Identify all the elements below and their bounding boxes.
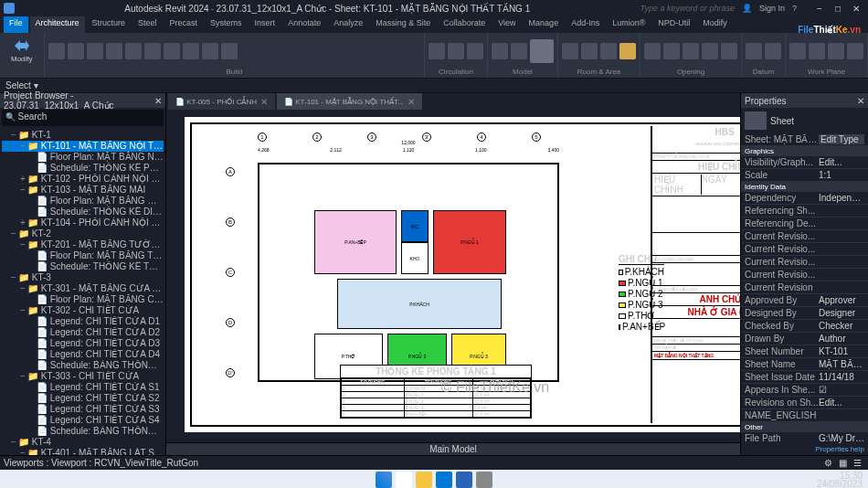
set-icon[interactable] bbox=[789, 43, 806, 59]
tree-node[interactable]: +📁 KT-104 - PHỐI CẢNH NỘI THẤT MÁI bbox=[2, 217, 164, 228]
prop-row[interactable]: Current Revision bbox=[741, 281, 868, 294]
properties-help-link[interactable]: Properties help bbox=[741, 443, 868, 455]
area-icon[interactable] bbox=[619, 43, 636, 59]
prop-row[interactable]: NAME_ENGLISH bbox=[741, 409, 868, 422]
model-group-icon[interactable] bbox=[530, 39, 554, 63]
ref-plane-icon[interactable] bbox=[828, 43, 844, 59]
column-icon[interactable] bbox=[125, 43, 142, 59]
help-icon[interactable]: ? bbox=[792, 4, 797, 13]
ribbon-tab-collaborate[interactable]: Collaborate bbox=[438, 16, 491, 33]
dormer-icon[interactable] bbox=[721, 43, 737, 59]
room-icon[interactable] bbox=[562, 43, 578, 59]
view-tab[interactable]: 📄 KT-101 - MẶT BẰNG NỘI THẤT... ✕ bbox=[277, 93, 422, 110]
status-icon[interactable]: ▦ bbox=[839, 458, 850, 469]
tag-room-icon[interactable] bbox=[600, 43, 617, 59]
minimize-button[interactable]: − bbox=[811, 2, 828, 15]
tree-node[interactable]: 📄 Floor Plan: MẶT BẰNG MÁI bbox=[2, 196, 164, 207]
show-icon[interactable] bbox=[809, 43, 825, 59]
browser-tree[interactable]: −📁 KT-1−📁 KT-101 - MẶT BẰNG NỘI THẤT TẦN… bbox=[0, 128, 165, 455]
room[interactable]: P.KHÁCH bbox=[337, 279, 502, 329]
tree-node[interactable]: 📄 Legend: CHI TIẾT CỬA D3 bbox=[2, 338, 164, 349]
ribbon-tab-modify[interactable]: Modify bbox=[697, 16, 733, 33]
tree-node[interactable]: +📁 KT-102 - PHỐI CẢNH NỘI THẤT TẦNG 1 bbox=[2, 174, 164, 185]
ribbon-tab-steel[interactable]: Steel bbox=[132, 16, 163, 33]
ribbon-tab-insert[interactable]: Insert bbox=[249, 16, 281, 33]
tree-node[interactable]: −📁 KT-201 - MẶT BẰNG TƯỜNG XÂY TẦNG 1 bbox=[2, 239, 164, 250]
vertical-icon[interactable] bbox=[702, 43, 718, 59]
modify-button[interactable]: Modify bbox=[4, 35, 40, 65]
select-dropdown[interactable]: Select ▾ bbox=[5, 80, 38, 90]
ribbon-tab-manage[interactable]: Manage bbox=[524, 16, 565, 33]
prop-row[interactable]: Scale1:1 bbox=[741, 169, 868, 182]
prop-row[interactable]: Drawn ByAuthor bbox=[741, 333, 868, 345]
tree-node[interactable]: 📄 Schedule: BẢNG THỐNG KÊ CỬA SỔ bbox=[2, 426, 164, 437]
mullion-icon[interactable] bbox=[221, 43, 238, 59]
level-icon[interactable] bbox=[746, 43, 762, 59]
app-icon[interactable] bbox=[476, 472, 492, 488]
grid-icon[interactable] bbox=[765, 43, 781, 59]
prop-row[interactable]: Revisions on Sh...Edit... bbox=[741, 397, 868, 409]
room[interactable]: WC bbox=[401, 210, 429, 242]
windows-taskbar[interactable]: 15:3024/08/2023 bbox=[0, 470, 868, 488]
tree-node[interactable]: −📁 KT-1 bbox=[2, 130, 164, 141]
ribbon-tab-analyze[interactable]: Analyze bbox=[328, 16, 368, 33]
tree-node[interactable]: −📁 KT-303 - CHI TIẾT CỬA bbox=[2, 371, 164, 382]
browser-search[interactable]: 🔍 Search bbox=[2, 110, 164, 126]
curtain-icon[interactable] bbox=[202, 43, 218, 59]
ribbon-tab-architecture[interactable]: Architecture bbox=[30, 16, 85, 33]
tree-node[interactable]: 📄 Floor Plan: MẶT BẰNG CỬA TẦNG 1 bbox=[2, 294, 164, 305]
ribbon-tab-addins[interactable]: Add-Ins bbox=[566, 16, 605, 33]
tree-node[interactable]: −📁 KT-4 bbox=[2, 437, 164, 448]
shaft-icon[interactable] bbox=[663, 43, 680, 59]
type-selector[interactable]: Sheet: MẶT BẰNG N Edit Type bbox=[741, 133, 868, 146]
tree-node[interactable]: −📁 KT-2 bbox=[2, 228, 164, 239]
floor-icon[interactable] bbox=[183, 43, 199, 59]
close-tab-icon[interactable]: ✕ bbox=[408, 97, 415, 107]
ribbon-tab-systems[interactable]: Systems bbox=[205, 16, 248, 33]
prop-row[interactable]: Sheet NumberKT-101 bbox=[741, 345, 868, 358]
prop-row[interactable]: Sheet Issue Date11/14/18 bbox=[741, 371, 868, 384]
prop-section-header[interactable]: Other bbox=[741, 422, 868, 432]
close-panel-icon[interactable]: ✕ bbox=[154, 96, 162, 106]
ribbon-tab-file[interactable]: File bbox=[4, 16, 28, 33]
close-tab-icon[interactable]: ✕ bbox=[260, 97, 268, 107]
ribbon-tab-annotate[interactable]: Annotate bbox=[282, 16, 326, 33]
tree-node[interactable]: 📄 Schedule: THỐNG KÊ PHÒNG TẦNG 1 bbox=[2, 163, 164, 174]
window-icon[interactable] bbox=[87, 43, 103, 59]
tree-node[interactable]: 📄 Legend: CHI TIẾT CỬA S2 bbox=[2, 393, 164, 404]
search-icon[interactable] bbox=[396, 472, 412, 488]
start-icon[interactable] bbox=[376, 472, 392, 488]
tree-node[interactable]: 📄 Legend: CHI TIẾT CỬA S1 bbox=[2, 382, 164, 393]
ramp-icon[interactable] bbox=[448, 43, 464, 59]
prop-row[interactable]: Referencing Sh... bbox=[741, 205, 868, 217]
close-button[interactable]: ✕ bbox=[848, 2, 864, 15]
prop-row[interactable]: Designed ByDesigner bbox=[741, 307, 868, 320]
prop-row[interactable]: Current Revisio... bbox=[741, 230, 868, 243]
view-tab[interactable]: 📄 KT-005 - PHỐI CẢNH ✕ bbox=[168, 93, 275, 110]
railing-icon[interactable] bbox=[429, 43, 445, 59]
stair-icon[interactable] bbox=[467, 43, 483, 59]
prop-row[interactable]: Current Revisio... bbox=[741, 256, 868, 269]
status-icon[interactable]: ⚙ bbox=[824, 458, 835, 469]
ribbon-tab-massingsite[interactable]: Massing & Site bbox=[370, 16, 436, 33]
by-face-icon[interactable] bbox=[644, 43, 661, 59]
model-text-icon[interactable] bbox=[492, 43, 508, 59]
tree-node[interactable]: 📄 Floor Plan: MẶT BẰNG NỘI THẤT TẦNG 1 bbox=[2, 152, 164, 163]
wall-icon[interactable] bbox=[48, 43, 65, 59]
room-sep-icon[interactable] bbox=[581, 43, 598, 59]
maximize-button[interactable]: □ bbox=[830, 2, 846, 15]
tree-node[interactable]: −📁 KT-103 - MẶT BẰNG MÁI bbox=[2, 185, 164, 196]
prop-row[interactable]: Visibility/Graph...Edit... bbox=[741, 156, 868, 169]
prop-section-header[interactable]: Graphics bbox=[741, 146, 868, 156]
sign-in[interactable]: Sign In bbox=[759, 4, 785, 13]
prop-row[interactable]: Current Revisio... bbox=[741, 269, 868, 281]
prop-row[interactable]: Current Revisio... bbox=[741, 243, 868, 256]
prop-row[interactable]: Referencing De... bbox=[741, 217, 868, 230]
ribbon-tab-structure[interactable]: Structure bbox=[87, 16, 132, 33]
door-icon[interactable] bbox=[68, 43, 84, 59]
tree-node[interactable]: 📄 Legend: CHI TIẾT CỬA D2 bbox=[2, 327, 164, 338]
title-block[interactable]: HBSHOA BAC SON CONSTRUCT.,JST CÔNG TY CỔ… bbox=[651, 126, 740, 423]
tree-node[interactable]: 📄 Floor Plan: MẶT BẰNG TƯỜNG XÂY TẦNG 1 bbox=[2, 250, 164, 261]
tree-node[interactable]: −📁 KT-101 - MẶT BẰNG NỘI THẤT TẦNG 1 bbox=[2, 141, 164, 152]
edge-icon[interactable] bbox=[436, 472, 452, 488]
